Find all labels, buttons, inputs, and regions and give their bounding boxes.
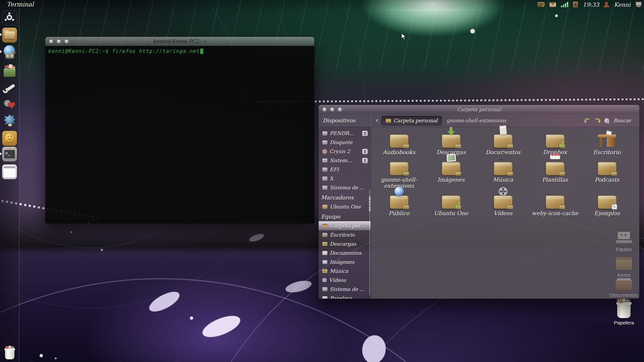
sidebar-item-home-selected[interactable]: Carpeta per… — [319, 221, 371, 230]
sidebar-item[interactable]: Sistem… — [319, 156, 371, 165]
dock-item-window[interactable] — [2, 164, 17, 179]
dock-item-trash[interactable] — [2, 346, 17, 361]
dock-item-heart-app[interactable]: ♥ — [2, 97, 17, 112]
dock-item-terminal[interactable] — [2, 146, 17, 162]
grid-item[interactable]: ✓Ubuntu One — [425, 193, 477, 223]
drive-icon — [322, 168, 327, 172]
search-icon[interactable] — [604, 118, 609, 123]
check-emblem-icon: ✓ — [558, 140, 566, 150]
launcher-dock: ♥ — [0, 9, 19, 362]
cake-emblem-icon — [550, 155, 560, 159]
eject-button[interactable] — [362, 149, 368, 154]
mail-icon[interactable] — [549, 2, 556, 7]
grid-item[interactable]: Público — [373, 193, 425, 223]
sidebar-item[interactable]: X — [319, 174, 371, 183]
sidebar-item[interactable]: PENDR… — [319, 129, 371, 138]
session-computer-icon[interactable] — [635, 2, 642, 7]
chat-icon — [5, 133, 14, 142]
sidebar-item[interactable]: Crysis 2 — [319, 147, 371, 156]
mouse-cursor — [401, 33, 406, 42]
sidebar-item[interactable]: Sistema de … — [319, 285, 371, 294]
sidebar-item[interactable]: EFI — [319, 165, 371, 174]
eject-button[interactable] — [362, 131, 368, 136]
terminal-cursor — [200, 49, 203, 54]
network-signal-icon[interactable] — [561, 2, 568, 7]
files-content-area[interactable]: Audiobooks Descargas Documentos ✓Dropbox… — [371, 127, 639, 299]
sidebar-item[interactable]: Sistema de … — [319, 183, 371, 192]
home-icon — [322, 224, 327, 228]
folder-icon — [322, 205, 327, 209]
drive-icon — [322, 177, 327, 181]
drive-icon — [322, 287, 327, 291]
desktop-icon-home[interactable]: Kenni — [608, 255, 640, 278]
sidebar-item[interactable]: Escritorio — [319, 230, 371, 239]
clock[interactable]: 19:33 — [583, 1, 599, 8]
redo-arrow-icon[interactable] — [594, 118, 600, 123]
documents-icon — [322, 251, 327, 255]
breadcrumb-path-item[interactable]: gnome-shell-extensions — [446, 118, 506, 124]
terminal-body[interactable]: kenni@Kenni-PC2:~$ firefox http://taring… — [45, 46, 314, 224]
active-app-menu[interactable]: Terminal — [7, 1, 34, 8]
grid-item[interactable]: Podcasts — [581, 159, 633, 193]
downloads-folder-icon — [442, 134, 461, 148]
dock-item-dragon-app[interactable] — [2, 113, 17, 128]
videos-icon — [322, 278, 327, 282]
grid-item[interactable]: Imágenes — [425, 159, 477, 193]
terminal-command: firefox http://taringa.net — [109, 48, 200, 54]
desktop-icon-trash[interactable]: Papelera — [608, 299, 640, 325]
grid-item[interactable]: Audiobooks — [373, 132, 425, 159]
breadcrumb-current-button[interactable]: Carpeta personal — [381, 116, 442, 125]
desktop-screen: kenni@Kenni-PC2: ~ kenni@Kenni-PC2:~$ fi… — [0, 0, 644, 362]
search-label[interactable]: Buscar — [613, 118, 631, 124]
folder-icon — [546, 195, 565, 209]
documents-folder-icon — [616, 280, 632, 290]
desktop-icon-computer[interactable]: Equipo — [608, 229, 640, 252]
music-folder-icon — [494, 162, 513, 175]
back-chevron-icon[interactable]: ‹ — [376, 117, 379, 124]
sidebar-header-devices: Dispositivos — [319, 114, 371, 127]
dock-item-ubuntu[interactable] — [2, 10, 17, 25]
dock-item-browser[interactable] — [2, 45, 17, 60]
download-arrow-emblem-icon — [447, 127, 455, 136]
toybox-icon — [4, 69, 15, 77]
volume-icon[interactable] — [573, 2, 578, 8]
drive-icon — [322, 131, 327, 135]
dock-item-toybox[interactable] — [2, 63, 17, 78]
full-trash-icon — [617, 303, 631, 318]
sidebar-item[interactable]: Disquete — [319, 138, 371, 147]
wallpaper-decor — [101, 249, 103, 251]
sidebar-item[interactable]: Papelera — [319, 294, 371, 299]
dock-item-chat[interactable] — [2, 131, 17, 146]
terminal-titlebar[interactable]: kenni@Kenni-PC2: ~ — [45, 37, 314, 46]
sidebar-item[interactable]: Descargas — [319, 239, 371, 248]
undo-arrow-icon[interactable] — [585, 118, 590, 123]
desktop-icon-documents[interactable]: Documentos — [608, 278, 640, 298]
grid-item[interactable]: Plantillas — [529, 159, 581, 193]
sidebar-item[interactable]: Ubuntu One — [319, 202, 371, 211]
grid-item[interactable]: Vídeos — [477, 193, 529, 223]
files-titlebar[interactable]: Carpeta personal — [319, 105, 639, 114]
sidebar-item[interactable]: Música — [319, 266, 371, 276]
dock-item-tools[interactable] — [2, 80, 17, 96]
files-window-title: Carpeta personal — [319, 107, 639, 113]
dropbox-check-icon[interactable] — [537, 2, 545, 7]
user-icon[interactable] — [604, 2, 609, 7]
public-folder-icon — [390, 195, 409, 209]
eject-button[interactable] — [362, 158, 368, 163]
files-sidebar: PENDR… Disquete Crysis 2 Sistem… EFI X S… — [319, 127, 371, 299]
sidebar-item[interactable]: Documentos — [319, 248, 371, 257]
documents-folder-icon — [494, 134, 513, 148]
sidebar-scrollbar-thumb[interactable] — [369, 196, 371, 212]
dock-item-files[interactable] — [2, 27, 17, 43]
drive-icon — [322, 159, 327, 163]
grid-item[interactable]: ↖Ejemplos — [581, 193, 633, 223]
grid-item[interactable]: Escritorio — [581, 132, 633, 159]
folder-icon — [386, 119, 391, 123]
terminal-window: kenni@Kenni-PC2: ~ kenni@Kenni-PC2:~$ fi… — [45, 37, 314, 224]
folder-icon — [390, 134, 409, 148]
username-menu[interactable]: Kenni — [614, 1, 631, 8]
sidebar-item[interactable]: Vídeos — [319, 276, 371, 285]
sidebar-item[interactable]: Imágenes — [319, 257, 371, 266]
terminal-prompt: kenni@Kenni-PC2:~$ — [48, 48, 109, 54]
grid-item[interactable]: weby-icon-cache — [529, 193, 581, 223]
